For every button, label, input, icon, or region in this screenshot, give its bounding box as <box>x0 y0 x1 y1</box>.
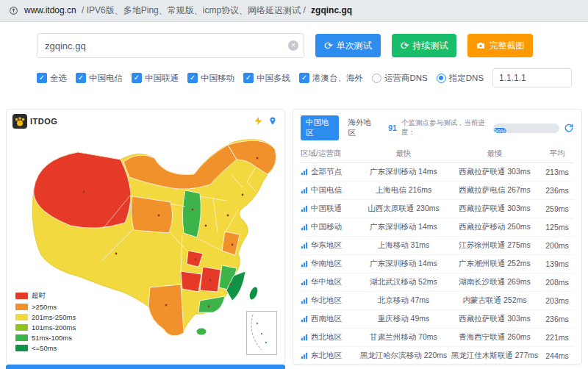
checkbox-icon <box>37 73 47 83</box>
tab-china-region[interactable]: 中国地区 <box>301 115 339 140</box>
continuous-test-button[interactable]: ⟳ 持续测试 <box>392 34 457 57</box>
checkbox-select-all[interactable]: 全选 <box>37 73 67 84</box>
table-row[interactable]: 中国移动 广东深圳移动 14ms 西藏拉萨移动 250ms 125ms <box>301 218 574 237</box>
single-test-label: 单次测试 <box>337 40 372 52</box>
legend-label: <=50ms <box>32 344 57 352</box>
row-region-label: 华中地区 <box>311 277 342 287</box>
checkbox-label: 中国移动 <box>201 73 234 84</box>
checkbox-icon <box>243 73 254 83</box>
row-average: 221ms <box>540 333 574 342</box>
tab-overseas-region[interactable]: 海外地区 <box>343 115 381 140</box>
checkbox-china-multiline[interactable]: 中国多线 <box>243 73 290 84</box>
signal-icon <box>301 223 308 231</box>
results-header: 中国地区 海外地区 91 个监测点参与测试，当前进度： 99% <box>301 115 574 140</box>
row-fastest: 湖北武汉移动 52ms <box>358 277 449 287</box>
table-row[interactable]: 西北地区 甘肃兰州移动 70ms 青海西宁联通 260ms 221ms <box>301 329 574 347</box>
table-row[interactable]: 全部节点 广东深圳移动 14ms 西藏拉萨联通 303ms 213ms <box>301 163 574 182</box>
page-info-icon[interactable] <box>9 6 18 15</box>
row-region-label: 中国联通 <box>311 204 342 214</box>
browser-bar: www.itdog.cn / IPV6版、多地Ping、常规版、icmp协议、网… <box>0 0 588 22</box>
location-pin-icon[interactable] <box>268 115 277 126</box>
row-average: 203ms <box>540 296 574 305</box>
continuous-test-label: 持续测试 <box>412 40 448 52</box>
legend-swatch <box>15 293 28 299</box>
row-region-label: 东北地区 <box>311 351 342 361</box>
row-average: 236ms <box>540 186 574 195</box>
checkbox-china-unicom[interactable]: 中国联通 <box>132 73 179 84</box>
legend-item: <=50ms <box>15 344 76 352</box>
target-input[interactable] <box>37 33 304 58</box>
row-average: 208ms <box>540 278 574 287</box>
row-region-label: 华北地区 <box>311 295 342 306</box>
lightning-icon[interactable] <box>254 115 263 126</box>
url-domain: www.itdog.cn <box>24 5 76 15</box>
row-fastest: 山西太原联通 230ms <box>358 204 449 214</box>
table-row[interactable]: 西南地区 重庆移动 49ms 西藏拉萨联通 303ms 236ms <box>301 310 574 329</box>
results-panel: 中国地区 海外地区 91 个监测点参与测试，当前进度： 99% 区域/运营商 最… <box>293 109 582 365</box>
row-fastest: 广东深圳移动 14ms <box>358 222 449 232</box>
checkbox-overseas[interactable]: 港澳台、海外 <box>299 73 363 84</box>
table-row[interactable]: 华北地区 北京移动 47ms 内蒙古联通 252ms 203ms <box>301 292 574 310</box>
radio-custom-dns[interactable]: 指定DNS <box>437 73 484 84</box>
checkbox-china-mobile[interactable]: 中国移动 <box>187 73 234 84</box>
screenshot-button[interactable]: 完整截图 <box>467 34 533 57</box>
map-panel: ITDOG <box>6 109 285 365</box>
dns-input[interactable] <box>492 68 572 87</box>
row-slowest: 西藏拉萨联通 303ms <box>449 204 540 214</box>
checkbox-label: 中国联通 <box>145 73 179 84</box>
checkbox-label: 中国电信 <box>89 73 123 84</box>
results-table-header: 区域/运营商 最快 最慢 平均 <box>301 146 574 163</box>
table-row[interactable]: 中国联通 山西太原联通 230ms 西藏拉萨联通 303ms 259ms <box>301 200 574 218</box>
checkbox-label: 中国多线 <box>257 73 290 84</box>
progress-label: 个监测点参与测试，当前进度： <box>401 118 489 137</box>
map-toolbar <box>254 115 277 126</box>
table-row[interactable]: 中国电信 上海电信 216ms 西藏拉萨电信 267ms 236ms <box>301 182 574 200</box>
row-slowest: 湖南长沙联通 269ms <box>449 277 540 287</box>
signal-icon <box>301 334 308 341</box>
column-slowest: 最慢 <box>449 148 540 159</box>
search-row: ⟳ 单次测试 ⟳ 持续测试 完整截图 <box>37 33 551 58</box>
checkbox-icon <box>299 73 309 83</box>
radio-icon <box>372 74 381 83</box>
content-cards: ITDOG <box>6 109 582 365</box>
table-row[interactable]: 华东地区 上海移动 31ms 江苏徐州联通 275ms 200ms <box>301 237 574 255</box>
row-fastest: 广东深圳移动 14ms <box>358 259 449 269</box>
row-region-label: 西北地区 <box>311 332 342 343</box>
table-row[interactable]: 东北地区 黑龙江哈尔滨移动 220ms 黑龙江佳木斯联通 277ms 244ms <box>301 347 574 365</box>
itdog-logo[interactable]: ITDOG <box>12 114 57 129</box>
column-fastest: 最快 <box>358 148 449 159</box>
legend-item: 超时 <box>15 291 76 301</box>
row-average: 139ms <box>540 259 574 268</box>
row-region-label: 西南地区 <box>311 314 342 324</box>
progress-bar: 99% <box>493 123 559 133</box>
clear-icon[interactable] <box>288 40 298 51</box>
address-text[interactable]: www.itdog.cn / IPV6版、多地Ping、常规版、icmp协议、网… <box>24 4 352 17</box>
table-row[interactable]: 华南地区 广东深圳移动 14ms 广东潮州联通 252ms 139ms <box>301 255 574 273</box>
legend-swatch <box>15 334 28 341</box>
row-fastest: 上海移动 31ms <box>358 240 449 251</box>
checkbox-label: 港澳台、海外 <box>312 73 363 84</box>
search-wrap <box>37 33 304 58</box>
refresh-icon: ⟳ <box>324 40 333 51</box>
checkbox-china-telecom[interactable]: 中国电信 <box>76 73 123 84</box>
row-region-label: 华东地区 <box>311 240 342 251</box>
legend-swatch <box>15 345 28 351</box>
south-china-sea-inset <box>246 311 277 355</box>
legend-label: 101ms-200ms <box>32 323 76 332</box>
row-average: 244ms <box>540 351 574 360</box>
table-row[interactable]: 华中地区 湖北武汉移动 52ms 湖南长沙联通 269ms 208ms <box>301 273 574 292</box>
screenshot-label: 完整截图 <box>489 40 524 52</box>
legend-label: >250ms <box>32 303 57 311</box>
checkbox-icon <box>187 73 198 83</box>
row-fastest: 黑龙江哈尔滨移动 220ms <box>358 351 449 361</box>
row-slowest: 黑龙江佳木斯联通 277ms <box>449 351 540 361</box>
filter-row: 全选 中国电信 中国联通 中国移动 中国多线 港澳台、海外 运营商DNS 指定 <box>37 68 551 87</box>
legend-label: 51ms-100ms <box>32 334 72 342</box>
single-test-button[interactable]: ⟳ 单次测试 <box>315 34 381 57</box>
legend-item: >250ms <box>15 303 76 311</box>
reload-results-icon[interactable] <box>564 123 574 133</box>
row-average: 259ms <box>540 204 574 213</box>
radio-isp-dns[interactable]: 运营商DNS <box>372 73 428 84</box>
clipped-section-bar <box>6 365 285 369</box>
map-legend: 超时 >250ms 201ms-250ms 101ms-200ms 51ms-1… <box>15 289 76 352</box>
